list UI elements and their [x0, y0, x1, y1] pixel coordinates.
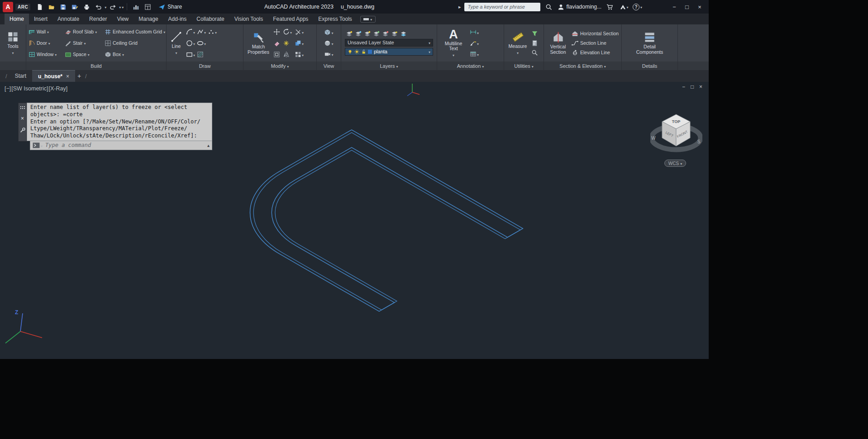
drawing-area[interactable]: [−] [SW Isometric] [X-Ray] − □ × E: [0, 82, 709, 359]
search-button[interactable]: [544, 1, 554, 12]
roof-slab-button[interactable]: Roof Slab: [65, 28, 105, 35]
find-button[interactable]: [531, 49, 539, 57]
erase-button[interactable]: [273, 39, 281, 47]
move-button[interactable]: [273, 28, 281, 36]
viewcube[interactable]: W S TOP LEFT FRONT: [650, 108, 702, 162]
share-button[interactable]: Share: [158, 4, 182, 10]
customize-wrench-icon[interactable]: [19, 127, 26, 133]
window-button[interactable]: Window: [29, 51, 65, 58]
help-button[interactable]: ?: [633, 4, 642, 10]
viewport-view-button[interactable]: [SW Isometric]: [11, 85, 48, 92]
visual-styles-button[interactable]: [324, 38, 334, 47]
layer-lock-icon[interactable]: [391, 31, 398, 38]
tools-button[interactable]: Tools: [5, 26, 20, 60]
viewport-visual-style-button[interactable]: [X-Ray]: [49, 85, 68, 92]
drawing-utilities-button[interactable]: [130, 1, 141, 12]
layer-match-icon[interactable]: [400, 31, 407, 38]
match-properties-button[interactable]: Match Properties: [246, 26, 271, 60]
plot-button[interactable]: [81, 1, 92, 12]
layer-color-swatch[interactable]: [368, 50, 372, 54]
tab-view[interactable]: View: [112, 14, 134, 24]
undo-button[interactable]: [93, 1, 104, 12]
explode-button[interactable]: [282, 39, 292, 47]
panel-label-utilities[interactable]: Utilities: [504, 61, 544, 70]
circle-button[interactable]: [186, 38, 196, 47]
drawing-minimize-button[interactable]: −: [679, 84, 688, 90]
hatch-button[interactable]: [196, 51, 204, 58]
ribbon-display-toggle[interactable]: [360, 16, 376, 23]
close-button[interactable]: ×: [693, 0, 706, 13]
camera-view-button[interactable]: [324, 49, 334, 58]
new-drawing-tab-button[interactable]: +: [75, 72, 83, 80]
layer-dropdown[interactable]: planta: [345, 48, 433, 56]
stair-button[interactable]: Stair: [65, 40, 105, 47]
panel-label-build[interactable]: Build: [26, 61, 166, 70]
qat-customize-caret-icon[interactable]: [122, 4, 124, 10]
offset-button[interactable]: [273, 51, 281, 58]
measure-button[interactable]: Measure: [506, 26, 529, 60]
tab-u-house[interactable]: u_house* ×: [32, 70, 75, 82]
enhanced-custom-grid-button[interactable]: Enhanced Custom Grid: [105, 28, 166, 35]
viewcube-west-label[interactable]: W: [651, 136, 656, 141]
redo-history-caret-icon[interactable]: [119, 4, 121, 10]
leader-button[interactable]: [469, 38, 479, 47]
ellipse-button[interactable]: [196, 38, 206, 47]
vertical-section-button[interactable]: Vertical Section: [546, 26, 570, 60]
trim-button[interactable]: [294, 27, 304, 36]
space-button[interactable]: Space: [65, 51, 105, 58]
minimize-button[interactable]: −: [668, 0, 681, 13]
detail-components-button[interactable]: Detail Components: [634, 26, 666, 60]
command-collapse-icon[interactable]: ▴: [207, 143, 210, 148]
drawing-close-button[interactable]: ×: [696, 84, 705, 90]
wcs-selector[interactable]: WCS: [664, 160, 686, 167]
layout-button[interactable]: [142, 1, 153, 12]
save-as-button[interactable]: [69, 1, 80, 12]
wall-button[interactable]: Wall: [29, 28, 65, 35]
redo-button[interactable]: [107, 1, 118, 12]
panel-label-view[interactable]: View: [317, 61, 341, 70]
polyline-button[interactable]: [196, 27, 206, 36]
point-button[interactable]: [207, 27, 217, 36]
viewcube-south-label[interactable]: S: [697, 139, 701, 144]
tab-insert[interactable]: Insert: [29, 14, 52, 24]
autodesk-apps-button[interactable]: [619, 1, 630, 12]
tab-start[interactable]: Start: [9, 70, 32, 82]
quick-select-button[interactable]: [531, 30, 539, 38]
layer-state-dropdown[interactable]: Unsaved Layer State: [345, 39, 433, 47]
maximize-button[interactable]: □: [681, 0, 693, 13]
panel-label-draw[interactable]: Draw: [167, 61, 243, 70]
view-cube-tool-button[interactable]: [324, 28, 334, 37]
tab-collaborate[interactable]: Collaborate: [191, 14, 229, 24]
panel-label-section[interactable]: Section & Elevation: [544, 61, 621, 70]
expand-arrow-icon[interactable]: ▸: [458, 4, 461, 10]
undo-history-caret-icon[interactable]: [105, 4, 106, 10]
panel-label-details[interactable]: Details: [622, 61, 677, 70]
copy-button[interactable]: [294, 38, 304, 47]
horizontal-section-button[interactable]: Horizontal Section: [572, 30, 619, 37]
layer-freeze-icon[interactable]: [355, 31, 362, 38]
layer-isolate-icon[interactable]: [373, 31, 380, 38]
quick-calc-button[interactable]: [531, 39, 539, 47]
tab-add-ins[interactable]: Add-ins: [163, 14, 192, 24]
dimension-button[interactable]: [469, 28, 479, 37]
tab-featured-apps[interactable]: Featured Apps: [268, 14, 313, 24]
tab-annotate[interactable]: Annotate: [52, 14, 84, 24]
layer-on-bulb-icon[interactable]: [348, 49, 353, 54]
cart-button[interactable]: [605, 1, 615, 12]
mirror-button[interactable]: [282, 51, 292, 58]
ceiling-grid-button[interactable]: Ceiling Grid: [105, 40, 166, 47]
layer-thaw-sun-icon[interactable]: [354, 49, 359, 54]
tab-vision-tools[interactable]: Vision Tools: [229, 14, 268, 24]
search-input[interactable]: [464, 3, 540, 11]
tab-close-icon[interactable]: ×: [66, 73, 69, 80]
arc-button[interactable]: [186, 27, 196, 36]
command-close-icon[interactable]: [21, 114, 24, 122]
layer-off-icon[interactable]: [364, 31, 371, 38]
panel-label-layers[interactable]: Layers: [341, 61, 437, 70]
layer-unlock-icon[interactable]: [361, 49, 366, 54]
viewcube-cube[interactable]: TOP LEFT FRONT: [662, 114, 690, 146]
door-button[interactable]: Door: [29, 40, 65, 47]
command-input[interactable]: [44, 142, 205, 149]
line-button[interactable]: Line: [169, 26, 184, 60]
rectangle-button[interactable]: [186, 50, 196, 59]
